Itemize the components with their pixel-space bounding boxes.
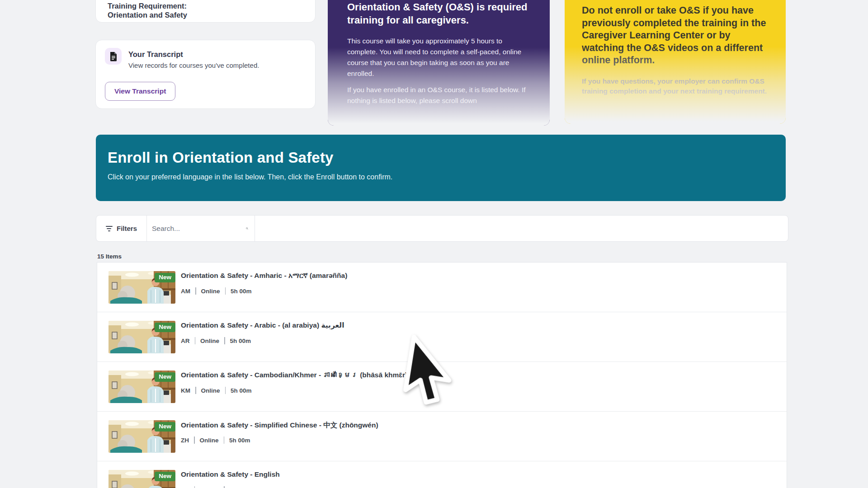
training-requirement-value: Orientation and Safety <box>108 10 303 19</box>
yellow-card-body: If you have questions, your employer can… <box>582 76 770 96</box>
search-input[interactable] <box>152 225 242 233</box>
course-language-code: AM <box>181 288 190 295</box>
course-thumbnail: New <box>108 371 175 403</box>
course-title[interactable]: Orientation & Safety - Cambodian/Khmer -… <box>181 371 407 379</box>
course-row-english[interactable]: New Orientation & Safety - English ENOnl… <box>97 461 787 488</box>
course-language-code: EN <box>181 487 189 488</box>
purple-card-heading: Orientation & Safety (O&S) is required t… <box>347 1 532 27</box>
course-mode: Online <box>201 288 220 295</box>
filter-list-icon <box>106 226 113 231</box>
course-title[interactable]: Orientation & Safety - Simplified Chines… <box>181 421 378 430</box>
course-duration: 5h 00m <box>231 288 252 295</box>
purple-card-footer: If you have enrolled in an O&S course, i… <box>347 84 532 106</box>
course-duration: 5h 00m <box>231 387 252 394</box>
search-icon[interactable] <box>246 224 248 233</box>
your-transcript-card: Your Transcript View records for courses… <box>95 40 316 109</box>
results-count: 15 Items <box>97 253 122 260</box>
do-not-enroll-warning-card: Do not enroll or take O&S if you have pr… <box>565 0 786 124</box>
course-thumbnail: New <box>108 321 175 353</box>
meta-divider <box>225 287 226 295</box>
course-list: New Orientation & Safety - Amharic - አማር… <box>97 262 787 488</box>
meta-divider <box>224 486 225 488</box>
course-title[interactable]: Orientation & Safety - Arabic - (al arab… <box>181 321 344 329</box>
course-thumbnail: New <box>108 470 175 488</box>
meta-divider <box>195 387 196 394</box>
view-transcript-button[interactable]: View Transcript <box>105 82 175 101</box>
course-language-code: AR <box>181 338 190 344</box>
course-title[interactable]: Orientation & Safety - Amharic - አማርኛ (a… <box>181 272 347 280</box>
meta-divider <box>194 436 195 444</box>
enroll-banner-subtitle: Click on your preferred language in the … <box>108 173 774 181</box>
meta-divider <box>224 337 225 344</box>
course-meta: ZHOnline5h 00m <box>181 436 250 444</box>
course-row-amharic[interactable]: New Orientation & Safety - Amharic - አማር… <box>97 263 787 312</box>
new-badge: New <box>155 323 175 332</box>
course-row-khmer[interactable]: New Orientation & Safety - Cambodian/Khm… <box>97 362 787 412</box>
document-icon <box>105 48 122 65</box>
course-thumbnail: New <box>108 271 175 304</box>
course-meta: KMOnline5h 00m <box>181 387 252 394</box>
new-badge: New <box>155 372 175 382</box>
transcript-title: Your Transcript <box>128 50 183 59</box>
filters-button[interactable]: Filters <box>96 216 146 241</box>
required-training-info-card: Orientation & Safety (O&S) is required t… <box>328 0 550 126</box>
course-thumbnail: New <box>108 420 175 453</box>
purple-card-body: This course will take you approximately … <box>347 36 532 79</box>
course-mode: Online <box>200 338 219 344</box>
enroll-banner: Enroll in Orientation and Safety Click o… <box>96 135 786 201</box>
course-meta: ENOnline5h 00m <box>181 486 250 488</box>
new-badge: New <box>155 472 175 481</box>
course-mode: Online <box>201 387 220 394</box>
transcript-description: View records for courses you've complete… <box>128 61 259 69</box>
course-duration: 5h 00m <box>230 487 251 488</box>
course-language-code: KM <box>181 387 190 394</box>
yellow-card-heading: Do not enroll or take O&S if you have pr… <box>582 5 770 67</box>
new-badge: New <box>155 422 175 432</box>
training-requirement-card: Training Requirement: Orientation and Sa… <box>95 0 316 23</box>
course-language-code: ZH <box>181 437 189 444</box>
course-duration: 5h 00m <box>230 338 251 344</box>
course-meta: AMOnline5h 00m <box>181 287 252 295</box>
meta-divider <box>225 387 226 394</box>
meta-divider <box>195 287 196 295</box>
filter-bar: Filters <box>96 215 788 242</box>
training-requirement-label: Training Requirement: <box>108 1 303 10</box>
filter-bar-spacer <box>255 216 788 241</box>
course-title[interactable]: Orientation & Safety - English <box>181 470 280 479</box>
course-mode: Online <box>200 487 219 488</box>
course-row-arabic[interactable]: New Orientation & Safety - Arabic - (al … <box>97 312 787 362</box>
new-badge: New <box>155 273 175 282</box>
meta-divider <box>195 337 196 344</box>
course-mode: Online <box>200 437 219 444</box>
enroll-banner-title: Enroll in Orientation and Safety <box>108 149 774 166</box>
meta-divider <box>194 486 195 488</box>
meta-divider <box>224 436 225 444</box>
search-section <box>146 216 255 241</box>
course-meta: AROnline5h 00m <box>181 337 251 344</box>
course-row-simplified-chinese[interactable]: New Orientation & Safety - Simplified Ch… <box>97 412 787 461</box>
filters-label: Filters <box>117 225 137 232</box>
course-duration: 5h 00m <box>229 437 250 444</box>
